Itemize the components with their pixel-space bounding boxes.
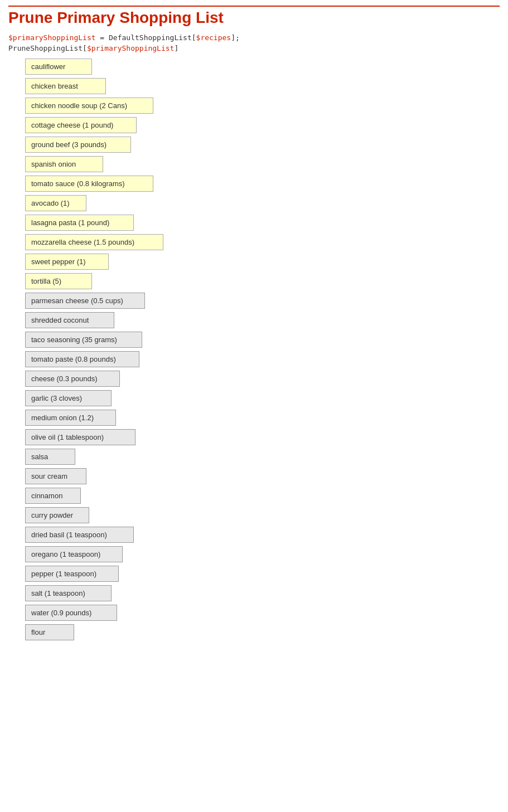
list-item: taco seasoning (35 grams) xyxy=(25,332,142,348)
list-item: parmesan cheese (0.5 cups) xyxy=(25,293,145,309)
code-block: $primaryShoppingList = DefaultShoppingLi… xyxy=(8,33,500,52)
code-line-1: $primaryShoppingList = DefaultShoppingLi… xyxy=(8,33,500,42)
list-item: tomato paste (0.8 pounds) xyxy=(25,351,139,367)
list-item: sweet pepper (1) xyxy=(25,254,109,270)
list-item: cottage cheese (1 pound) xyxy=(25,117,137,133)
list-item: tomato sauce (0.8 kilograms) xyxy=(25,176,153,192)
list-item: cauliflower xyxy=(25,59,92,75)
page-title: Prune Primary Shopping List xyxy=(8,6,500,27)
list-item: spanish onion xyxy=(25,156,103,172)
list-item: salsa xyxy=(25,449,75,465)
list-item: mozzarella cheese (1.5 pounds) xyxy=(25,234,163,250)
list-item: salt (1 teaspoon) xyxy=(25,585,112,601)
list-item: medium onion (1.2) xyxy=(25,410,116,426)
list-item: ground beef (3 pounds) xyxy=(25,137,131,153)
list-item: pepper (1 teaspoon) xyxy=(25,566,119,582)
list-item: cheese (0.3 pounds) xyxy=(25,371,120,387)
list-item: curry powder xyxy=(25,507,89,523)
list-item: chicken noodle soup (2 Cans) xyxy=(25,98,153,114)
list-item: flour xyxy=(25,624,74,640)
list-item: oregano (1 teaspoon) xyxy=(25,546,123,562)
list-item: avocado (1) xyxy=(25,195,86,211)
list-item: water (0.9 pounds) xyxy=(25,605,117,621)
list-item: tortilla (5) xyxy=(25,273,92,289)
list-item: olive oil (1 tablespoon) xyxy=(25,429,136,445)
items-list: cauliflowerchicken breastchicken noodle … xyxy=(8,57,500,642)
list-item: cinnamon xyxy=(25,488,81,504)
list-item: shredded coconut xyxy=(25,312,114,328)
list-item: chicken breast xyxy=(25,78,106,94)
list-item: lasagna pasta (1 pound) xyxy=(25,215,134,231)
list-item: garlic (3 cloves) xyxy=(25,390,112,406)
list-item: dried basil (1 teaspoon) xyxy=(25,527,134,543)
list-item: sour cream xyxy=(25,468,86,484)
code-line-2: PruneShoppingList[$primaryShoppingList] xyxy=(8,44,500,52)
